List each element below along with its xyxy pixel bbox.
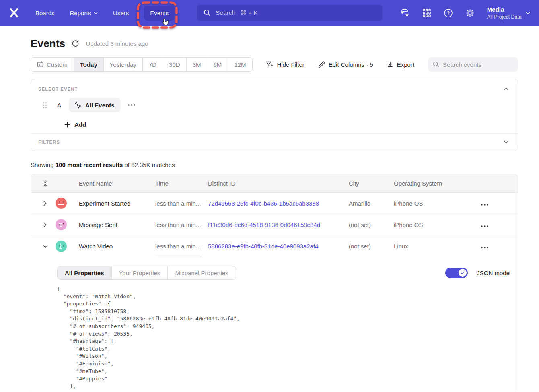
expand-section-icon[interactable]: [504, 140, 509, 144]
table-header-row: Event Name Time Distinct ID City Operati…: [31, 174, 518, 193]
cell-event-name: Experiment Started: [72, 200, 155, 207]
column-header-distinct-id[interactable]: Distinct ID: [208, 180, 349, 187]
collapse-section-icon[interactable]: [504, 87, 509, 91]
column-header-city[interactable]: City: [349, 180, 394, 187]
search-icon: [204, 9, 211, 17]
row-actions-button[interactable]: [477, 200, 518, 207]
help-icon[interactable]: ?: [444, 8, 453, 18]
funnel-plus-icon: [266, 61, 273, 68]
cell-os: iPhone OS: [394, 221, 477, 228]
ellipsis-icon: [481, 204, 488, 206]
table-row[interactable]: Message Sent less than a min... f11c30d6…: [31, 214, 518, 235]
mixpanel-logo[interactable]: [9, 8, 19, 18]
event-clause-letter: A: [57, 102, 62, 109]
hide-filter-label: Hide Filter: [277, 61, 304, 68]
cell-event-name: Message Sent: [72, 221, 155, 228]
column-header-os[interactable]: Operating System: [394, 180, 477, 187]
add-event-button[interactable]: Add: [64, 120, 97, 128]
events-table: Event Name Time Distinct ID City Operati…: [31, 174, 518, 390]
select-event-label: SELECT EVENT: [38, 87, 78, 91]
filters-section-toggle[interactable]: FILTERS: [31, 133, 518, 151]
range-today[interactable]: Today: [74, 58, 103, 71]
hand-pointer-cursor-icon: [161, 18, 170, 27]
ellipsis-icon: [481, 225, 488, 227]
column-header-time[interactable]: Time: [155, 180, 208, 187]
row-actions-button[interactable]: [477, 243, 518, 250]
project-selector[interactable]: Media All Project Data: [487, 6, 530, 20]
row-expand-chevron[interactable]: [40, 222, 50, 227]
tab-mixpanel-properties[interactable]: Mixpanel Properties: [167, 266, 236, 279]
range-custom[interactable]: Custom: [31, 58, 74, 71]
export-label: Export: [397, 61, 414, 68]
json-mode-toggle[interactable]: [445, 268, 468, 278]
cell-distinct-id-link[interactable]: f11c30d6-dc6d-4518-9136-0d046159c84d: [208, 221, 320, 228]
range-12m[interactable]: 12M: [228, 58, 252, 71]
nav-item-reports[interactable]: Reports: [70, 10, 98, 17]
results-summary: Showing 100 most recent results of 82.35…: [31, 161, 518, 168]
edit-columns-label: Edit Columns · 5: [329, 61, 373, 68]
add-event-label: Add: [74, 121, 86, 128]
nav-item-events[interactable]: Events: [144, 6, 175, 21]
filters-label: FILTERS: [38, 140, 60, 144]
query-builder-panel: SELECT EVENT A: [31, 79, 518, 151]
cell-distinct-id-link[interactable]: 5886283e-e9fb-48fb-81de-40e9093a2af4: [208, 243, 318, 250]
collapse-all-rows-icon[interactable]: [43, 180, 47, 187]
project-scope: All Project Data: [487, 14, 522, 20]
table-row-expanded[interactable]: Watch Video less than a min... 5886283e-…: [31, 235, 518, 257]
global-search-input[interactable]: Search ⌘ + K: [197, 5, 382, 21]
search-events-input[interactable]: Search events: [428, 57, 518, 72]
column-header-event-name[interactable]: Event Name: [72, 180, 155, 187]
nav-item-boards[interactable]: Boards: [35, 10, 55, 17]
row-actions-button[interactable]: [477, 221, 518, 228]
settings-gear-icon[interactable]: [465, 8, 475, 18]
search-icon: [433, 61, 439, 68]
project-name: Media: [487, 6, 522, 14]
event-avatar: [56, 219, 67, 230]
range-custom-label: Custom: [47, 61, 68, 68]
ellipsis-icon: [128, 104, 135, 106]
cell-event-name: Watch Video: [72, 243, 155, 250]
nav-item-users[interactable]: Users: [113, 10, 129, 17]
results-summary-suffix: of 82.35K matches: [123, 161, 175, 168]
page-title: Events: [31, 37, 65, 50]
edit-columns-button[interactable]: Edit Columns · 5: [318, 61, 373, 68]
range-7d[interactable]: 7D: [142, 58, 163, 71]
range-3m[interactable]: 3M: [186, 58, 207, 71]
drag-handle-icon[interactable]: [43, 102, 47, 109]
event-avatar: [56, 241, 67, 252]
row-collapse-chevron[interactable]: [40, 245, 50, 248]
cell-os: iPhone OS: [394, 200, 477, 207]
results-summary-count: 100 most recent results: [56, 161, 123, 168]
hide-filter-button[interactable]: Hide Filter: [266, 61, 304, 68]
cell-city: (not set): [349, 243, 394, 250]
results-summary-prefix: Showing: [31, 161, 56, 168]
data-management-icon[interactable]: [400, 8, 410, 18]
pencil-icon: [318, 61, 325, 68]
last-updated-text: Updated 3 minutes ago: [86, 40, 148, 47]
selected-event-name: All Events: [85, 102, 115, 109]
cell-city: (not set): [349, 221, 394, 228]
json-viewer: { "event": "Watch Video", "properties": …: [57, 285, 510, 390]
all-events-icon: [75, 102, 82, 109]
chevron-down-icon: [94, 12, 98, 14]
nav-item-events-wrapper: Events: [144, 6, 175, 21]
row-expand-chevron[interactable]: [40, 201, 50, 206]
export-button[interactable]: Export: [387, 61, 414, 68]
nav-item-reports-label: Reports: [70, 10, 91, 17]
refresh-icon[interactable]: [72, 40, 79, 47]
tab-your-properties[interactable]: Your Properties: [111, 266, 168, 279]
toggle-knob: [459, 269, 467, 277]
event-selector-pill[interactable]: All Events: [69, 98, 121, 112]
range-6m[interactable]: 6M: [207, 58, 228, 71]
event-more-options-button[interactable]: [128, 104, 135, 106]
apps-grid-icon[interactable]: [422, 8, 432, 18]
properties-tabs: All Properties Your Properties Mixpanel …: [57, 266, 236, 280]
cell-distinct-id-link[interactable]: 72d49553-25fc-4f0c-b436-1b5ac6ab3388: [208, 200, 319, 207]
event-detail-panel: All Properties Your Properties Mixpanel …: [31, 257, 518, 390]
table-row[interactable]: Experiment Started less than a min... 72…: [31, 193, 518, 214]
range-yesterday[interactable]: Yesterday: [103, 58, 142, 71]
tab-all-properties[interactable]: All Properties: [58, 266, 111, 279]
cell-time: less than a min...: [155, 200, 208, 207]
event-avatar: [56, 198, 67, 209]
range-30d[interactable]: 30D: [163, 58, 186, 71]
